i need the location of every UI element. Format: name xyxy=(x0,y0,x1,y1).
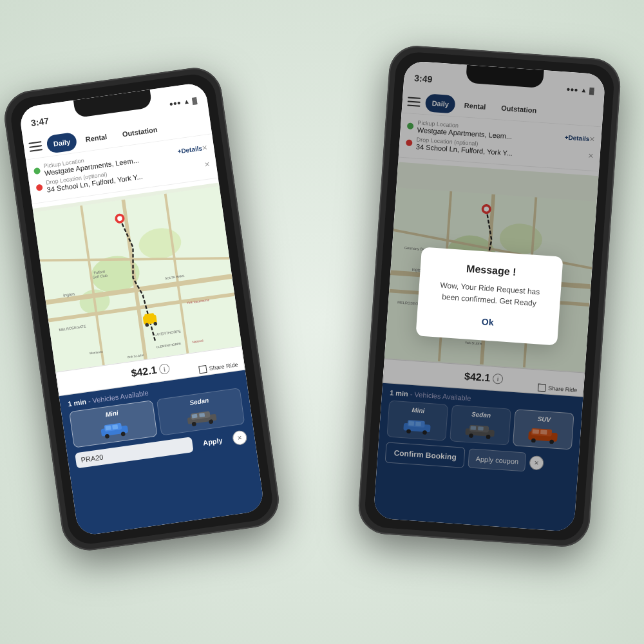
coupon-close-p1[interactable]: × xyxy=(232,430,248,446)
phone-1-screen: 3:47 ●●● ▲ ▓ Daily Rental Outstation xyxy=(19,82,265,536)
signal-icon: ●●● xyxy=(169,99,181,107)
modal-overlay: Message ! Wow, Your Ride Request has bee… xyxy=(374,61,606,532)
mini-car-img-p1 xyxy=(97,417,131,440)
drop-clear-p1[interactable]: × xyxy=(204,158,210,169)
tab-outstation-p1[interactable]: Outstation xyxy=(115,119,165,144)
pickup-dot-p1 xyxy=(33,167,41,175)
phone-1-status-icons: ●●● ▲ ▓ xyxy=(169,96,197,107)
battery-icon: ▓ xyxy=(192,96,198,104)
tab-rental-p1[interactable]: Rental xyxy=(78,126,115,149)
tab-daily-p1[interactable]: Daily xyxy=(46,131,78,153)
phone-1: 3:47 ●●● ▲ ▓ Daily Rental Outstation xyxy=(1,64,283,554)
apply-button-p1[interactable]: Apply xyxy=(196,431,230,451)
modal-dialog: Message ! Wow, Your Ride Request has bee… xyxy=(415,247,563,345)
svg-rect-31 xyxy=(105,426,111,431)
modal-ok-button[interactable]: Ok xyxy=(481,316,494,327)
drop-dot-p1 xyxy=(36,184,43,191)
modal-body: Wow, Your Ride Request has been confirme… xyxy=(431,279,548,310)
svg-rect-32 xyxy=(112,424,118,430)
vehicle-sedan-p1[interactable]: Sedan xyxy=(156,388,245,436)
hamburger-icon[interactable] xyxy=(28,141,43,152)
price-amount-p1: $42.1 xyxy=(131,365,158,379)
share-ride-checkbox-p1[interactable] xyxy=(198,365,207,374)
vehicle-mini-p1[interactable]: Mini xyxy=(69,400,158,448)
svg-rect-37 xyxy=(191,414,197,419)
phone-1-time: 3:47 xyxy=(30,115,50,128)
wifi-icon: ▲ xyxy=(183,97,190,105)
phone-1-vehicles-section: 1 min - Vehicles Available Mini xyxy=(59,370,265,536)
scene: 3:47 ●●● ▲ ▓ Daily Rental Outstation xyxy=(0,0,644,644)
modal-title: Message ! xyxy=(433,261,549,281)
price-info-icon-p1[interactable]: i xyxy=(158,363,170,375)
pickup-clear-p1[interactable]: × xyxy=(202,142,208,153)
sedan-car-img-p1 xyxy=(184,405,218,428)
phone-2: 3:49 ●●● ▲ ▓ Daily Rental Outstation xyxy=(357,44,622,548)
svg-rect-38 xyxy=(199,413,205,417)
phone-2-screen: 3:49 ●●● ▲ ▓ Daily Rental Outstation xyxy=(374,61,606,532)
